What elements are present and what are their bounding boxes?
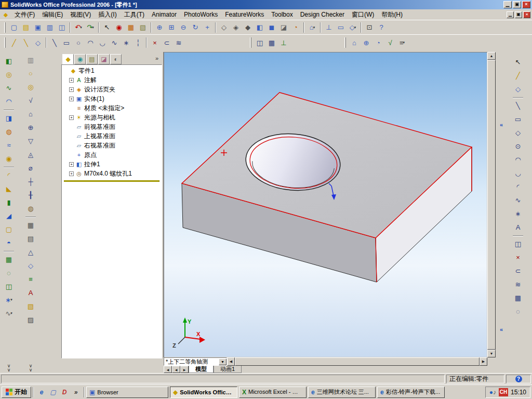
tangent-arc-icon[interactable]: ◡ (97, 37, 108, 48)
revolved-boss-icon[interactable]: ◎ (3, 68, 15, 81)
note-icon[interactable]: ▥ (24, 54, 37, 66)
trim-tool-icon[interactable]: × (512, 251, 524, 263)
section-properties-icon[interactable]: ◔ (373, 37, 384, 48)
surface-finish-icon[interactable]: √ (24, 94, 37, 107)
shell-icon[interactable]: ▢ (3, 223, 15, 235)
spline-icon[interactable]: ∿ (109, 37, 120, 48)
tree-label-front-plane[interactable]: 前视基准面 (84, 123, 115, 131)
tree-label-solid-bodies[interactable]: 实体(1) (84, 95, 104, 103)
media-tray-icon[interactable]: ♪ (493, 389, 496, 396)
taskbar-window-forum[interactable]: e三维网技术论坛 三... (308, 387, 376, 398)
dropdown-arrow-icon[interactable]: ▾ (313, 25, 315, 30)
mirror-tool-icon[interactable]: ◫ (512, 237, 524, 250)
model-items-icon[interactable]: ≡ (24, 273, 37, 285)
menu-item-4[interactable]: 插入(I) (95, 9, 120, 20)
pan-icon[interactable]: + (202, 22, 213, 33)
polygon-tool-icon[interactable]: ◇ (512, 126, 524, 139)
expand-toggle[interactable]: + (69, 97, 74, 101)
scroll-left-icon[interactable]: ◀ (227, 357, 235, 366)
smart-dimension-2-icon[interactable]: ◇ (24, 259, 37, 272)
datum-target-icon[interactable]: ◬ (24, 148, 37, 161)
center-mark-icon[interactable]: ┼ (24, 175, 37, 188)
rib-icon[interactable]: ▮ (3, 196, 15, 208)
toolbar-grip[interactable] (344, 37, 346, 48)
hole-callout-icon[interactable]: ⌀ (24, 162, 37, 174)
dropdown-arrow-icon[interactable]: ▾ (80, 25, 82, 30)
show-desktop-icon[interactable]: ▢ (48, 387, 58, 397)
hole-wizard-icon[interactable]: ◉ (3, 152, 15, 165)
tree-item-design-binder[interactable]: +◈设计活页夹 (62, 85, 162, 94)
linear-pattern-icon[interactable]: ▦ (3, 253, 15, 265)
convert-entities-icon[interactable]: ⊂ (161, 37, 172, 48)
tree-label-top-plane[interactable]: 上视基准面 (84, 132, 115, 141)
tree-label-design-binder[interactable]: 设计活页夹 (84, 85, 115, 94)
block-icon[interactable]: ▦ (24, 219, 37, 231)
normal-to-icon[interactable]: ⊥ (323, 22, 335, 33)
tree-item-solid-bodies[interactable]: +▣实体(1) (62, 94, 162, 103)
revolved-cut-icon[interactable]: ◍ (3, 125, 15, 138)
measure-icon[interactable]: ⌂ (349, 37, 360, 48)
taskbar-window-excel[interactable]: XMicrosoft Excel - 中信... (239, 387, 307, 398)
draft-icon[interactable]: ◢ (3, 209, 15, 222)
tree-item-extrude1[interactable]: +◧拉伸1 (62, 159, 162, 169)
menu-item-9[interactable]: Toolbox (268, 10, 296, 19)
isometric-view-icon[interactable]: ◇▾ (347, 22, 358, 33)
cosmetic-thread-icon[interactable]: ◍ (24, 202, 37, 215)
help-icon[interactable]: ? (515, 376, 522, 382)
offset-entities-icon[interactable]: ≋ (173, 37, 184, 48)
line-icon[interactable]: ╲ (49, 37, 60, 48)
rotate-view-icon[interactable]: ↻ (190, 22, 201, 33)
tab-animation[interactable]: 动画1 (214, 366, 242, 373)
scroll-right-icon[interactable]: ▶ (480, 357, 487, 366)
chamfer-icon[interactable]: ◣ (3, 182, 15, 195)
zoom-in-out-icon[interactable]: ⊖ (178, 22, 189, 33)
toolbar-grip[interactable] (4, 37, 6, 48)
geometric-tolerance-icon[interactable]: ⊕ (24, 121, 37, 134)
table-icon[interactable]: ▤ (24, 232, 37, 245)
zoom-to-fit-icon[interactable]: ⊕ (154, 22, 165, 33)
centerline-annotation-icon[interactable]: ╂ (24, 189, 37, 201)
hidden-lines-visible-icon[interactable]: ◈ (230, 22, 242, 33)
circle-icon[interactable]: ○ (73, 37, 84, 48)
swept-boss-icon[interactable]: ∿ (3, 82, 15, 94)
scroll-up-icon[interactable]: ▲ (487, 52, 496, 60)
select-tool-icon[interactable]: ↖ (512, 56, 524, 68)
vertical-scroll-thumb[interactable] (487, 60, 496, 350)
property-manager-tab[interactable]: ◉ (74, 54, 86, 64)
point-tool-icon[interactable]: ∗ (512, 207, 524, 220)
scroll-down-icon[interactable]: ▼ (487, 350, 496, 357)
panel-overflow-button[interactable]: » (153, 55, 161, 64)
smart-dimension-icon[interactable]: ◇ (32, 37, 44, 48)
text-tool-icon[interactable]: A (512, 221, 524, 233)
circular-pattern-icon[interactable]: ◌ (3, 267, 15, 279)
tree-label-annotations[interactable]: 注解 (84, 76, 97, 85)
open-icon[interactable]: ▤ (20, 22, 32, 33)
menu-item-3[interactable]: 视图(V) (66, 9, 95, 20)
taskbar-window-ringtone[interactable]: e彩信-铃声-铃声下载... (377, 387, 445, 398)
feature-manager-tab[interactable]: ◆ (62, 54, 74, 64)
child-restore-button[interactable]: ▣ (515, 11, 522, 18)
media-player-icon[interactable]: D (59, 387, 70, 397)
tree-label-part[interactable]: 零件1 (78, 66, 95, 75)
redo-icon[interactable]: ↷▾ (85, 22, 96, 33)
datum-feature-icon[interactable]: ▽ (24, 135, 37, 147)
tab-model[interactable]: 模型 (189, 366, 214, 373)
layer-properties-icon[interactable]: ▨ (24, 313, 37, 326)
rebuild-icon[interactable]: ◉ (113, 22, 125, 33)
view-orientation-combo[interactable]: *上下二等角轴测 ▼ (164, 357, 227, 366)
circular-sketch-pattern-tool-icon[interactable]: ◌ (512, 305, 524, 317)
centerline-icon[interactable]: ╎ (132, 37, 144, 48)
3-point-arc-tool-icon[interactable]: ◜ (512, 180, 524, 193)
fillet-icon[interactable]: ◜ (3, 169, 15, 181)
offset-entities-tool-icon[interactable]: ≋ (512, 278, 524, 290)
select-icon[interactable]: ↖ (101, 22, 113, 33)
point-icon[interactable]: ∗ (121, 37, 132, 48)
extruded-boss-icon[interactable]: ◧ (3, 55, 15, 67)
configuration-manager-tab[interactable]: ▤ (86, 54, 98, 64)
dropdown-arrow-icon[interactable]: ▾ (403, 41, 405, 45)
minimize-button[interactable]: ▁ (503, 1, 512, 8)
swept-cut-icon[interactable]: ≈ (3, 139, 15, 151)
rollback-bar[interactable] (64, 180, 159, 182)
tree-item-front-plane[interactable]: ▱前视基准面 (62, 122, 162, 131)
child-close-button[interactable]: × (523, 11, 530, 18)
